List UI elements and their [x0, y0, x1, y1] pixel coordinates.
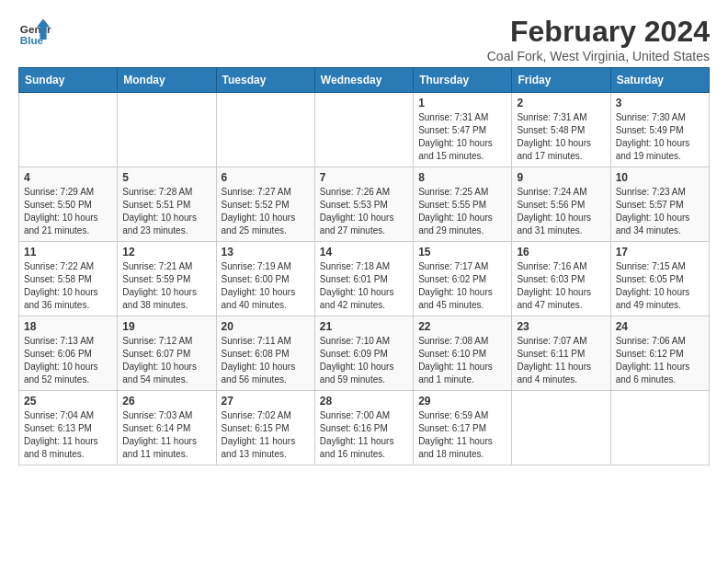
day-number: 8 [418, 171, 506, 184]
day-info: Sunrise: 7:12 AM Sunset: 6:07 PM Dayligh… [122, 335, 210, 386]
calendar-cell: 23Sunrise: 7:07 AM Sunset: 6:11 PM Dayli… [512, 316, 610, 391]
day-info: Sunrise: 7:19 AM Sunset: 6:00 PM Dayligh… [222, 260, 310, 312]
day-number: 23 [517, 320, 605, 333]
calendar-week-4: 18Sunrise: 7:13 AM Sunset: 6:06 PM Dayli… [19, 316, 710, 391]
calendar-cell [512, 391, 610, 465]
day-info: Sunrise: 7:31 AM Sunset: 5:48 PM Dayligh… [517, 111, 605, 163]
calendar-week-2: 4Sunrise: 7:29 AM Sunset: 5:50 PM Daylig… [19, 167, 710, 242]
calendar-cell [610, 391, 709, 465]
day-number: 6 [222, 171, 310, 184]
day-header-friday: Friday [512, 68, 610, 93]
calendar-cell [314, 93, 413, 167]
day-number: 25 [24, 395, 112, 408]
calendar-cell [118, 93, 216, 167]
calendar-cell: 3Sunrise: 7:30 AM Sunset: 5:49 PM Daylig… [610, 93, 709, 167]
calendar-cell: 26Sunrise: 7:03 AM Sunset: 6:14 PM Dayli… [118, 391, 216, 465]
calendar-cell: 16Sunrise: 7:16 AM Sunset: 6:03 PM Dayli… [512, 242, 610, 316]
calendar-cell: 25Sunrise: 7:04 AM Sunset: 6:13 PM Dayli… [19, 391, 118, 465]
calendar-cell: 17Sunrise: 7:15 AM Sunset: 6:05 PM Dayli… [610, 242, 709, 316]
day-number: 1 [418, 97, 506, 109]
calendar-cell: 21Sunrise: 7:10 AM Sunset: 6:09 PM Dayli… [314, 316, 413, 391]
day-number: 2 [517, 97, 605, 109]
day-number: 12 [122, 246, 210, 259]
day-info: Sunrise: 7:29 AM Sunset: 5:50 PM Dayligh… [24, 186, 112, 237]
day-header-saturday: Saturday [610, 68, 709, 93]
day-header-thursday: Thursday [414, 68, 512, 93]
day-info: Sunrise: 7:24 AM Sunset: 5:56 PM Dayligh… [517, 186, 605, 237]
day-number: 18 [24, 320, 112, 333]
calendar-cell: 1Sunrise: 7:31 AM Sunset: 5:47 PM Daylig… [414, 93, 512, 167]
calendar-cell: 9Sunrise: 7:24 AM Sunset: 5:56 PM Daylig… [512, 167, 610, 242]
day-number: 13 [222, 246, 310, 259]
location-title: Coal Fork, West Virginia, United States [487, 49, 710, 63]
calendar-cell: 27Sunrise: 7:02 AM Sunset: 6:15 PM Dayli… [216, 391, 314, 465]
day-number: 15 [418, 246, 506, 259]
day-info: Sunrise: 7:26 AM Sunset: 5:53 PM Dayligh… [320, 186, 408, 237]
calendar-cell: 13Sunrise: 7:19 AM Sunset: 6:00 PM Dayli… [216, 242, 314, 316]
calendar-week-3: 11Sunrise: 7:22 AM Sunset: 5:58 PM Dayli… [19, 242, 710, 316]
month-title: February 2024 [487, 15, 710, 49]
day-info: Sunrise: 7:23 AM Sunset: 5:57 PM Dayligh… [616, 186, 704, 237]
calendar-cell [19, 93, 118, 167]
logo-icon: General Blue [18, 15, 51, 48]
day-info: Sunrise: 7:28 AM Sunset: 5:51 PM Dayligh… [122, 186, 210, 237]
day-info: Sunrise: 7:30 AM Sunset: 5:49 PM Dayligh… [616, 111, 704, 163]
day-info: Sunrise: 7:22 AM Sunset: 5:58 PM Dayligh… [24, 260, 112, 312]
calendar-table: SundayMondayTuesdayWednesdayThursdayFrid… [18, 67, 710, 465]
day-number: 14 [320, 246, 408, 259]
day-info: Sunrise: 7:21 AM Sunset: 5:59 PM Dayligh… [122, 260, 210, 312]
calendar-cell: 10Sunrise: 7:23 AM Sunset: 5:57 PM Dayli… [610, 167, 709, 242]
calendar-cell: 7Sunrise: 7:26 AM Sunset: 5:53 PM Daylig… [314, 167, 413, 242]
day-info: Sunrise: 7:06 AM Sunset: 6:12 PM Dayligh… [616, 335, 704, 386]
day-info: Sunrise: 7:11 AM Sunset: 6:08 PM Dayligh… [222, 335, 310, 386]
day-header-monday: Monday [118, 68, 216, 93]
day-info: Sunrise: 7:31 AM Sunset: 5:47 PM Dayligh… [418, 111, 506, 163]
calendar-cell: 6Sunrise: 7:27 AM Sunset: 5:52 PM Daylig… [216, 167, 314, 242]
day-info: Sunrise: 7:25 AM Sunset: 5:55 PM Dayligh… [418, 186, 506, 237]
day-number: 9 [517, 171, 605, 184]
day-header-wednesday: Wednesday [314, 68, 413, 93]
day-number: 28 [320, 395, 408, 408]
calendar-cell: 8Sunrise: 7:25 AM Sunset: 5:55 PM Daylig… [414, 167, 512, 242]
day-number: 27 [222, 395, 310, 408]
day-number: 11 [24, 246, 112, 259]
logo: General Blue [18, 15, 51, 48]
day-info: Sunrise: 7:15 AM Sunset: 6:05 PM Dayligh… [616, 260, 704, 312]
calendar-cell: 18Sunrise: 7:13 AM Sunset: 6:06 PM Dayli… [19, 316, 118, 391]
day-info: Sunrise: 7:13 AM Sunset: 6:06 PM Dayligh… [24, 335, 112, 386]
day-number: 3 [616, 97, 704, 109]
day-number: 10 [616, 171, 704, 184]
calendar-cell: 4Sunrise: 7:29 AM Sunset: 5:50 PM Daylig… [19, 167, 118, 242]
title-block: February 2024 Coal Fork, West Virginia, … [487, 15, 710, 63]
day-info: Sunrise: 7:18 AM Sunset: 6:01 PM Dayligh… [320, 260, 408, 312]
day-number: 21 [320, 320, 408, 333]
day-info: Sunrise: 7:02 AM Sunset: 6:15 PM Dayligh… [222, 409, 310, 461]
day-info: Sunrise: 7:04 AM Sunset: 6:13 PM Dayligh… [24, 409, 112, 461]
day-info: Sunrise: 6:59 AM Sunset: 6:17 PM Dayligh… [418, 409, 506, 461]
calendar-cell: 22Sunrise: 7:08 AM Sunset: 6:10 PM Dayli… [414, 316, 512, 391]
calendar-cell: 29Sunrise: 6:59 AM Sunset: 6:17 PM Dayli… [414, 391, 512, 465]
day-number: 5 [122, 171, 210, 184]
day-info: Sunrise: 7:27 AM Sunset: 5:52 PM Dayligh… [222, 186, 310, 237]
calendar-cell: 11Sunrise: 7:22 AM Sunset: 5:58 PM Dayli… [19, 242, 118, 316]
calendar-cell: 15Sunrise: 7:17 AM Sunset: 6:02 PM Dayli… [414, 242, 512, 316]
calendar-week-1: 1Sunrise: 7:31 AM Sunset: 5:47 PM Daylig… [19, 93, 710, 167]
day-number: 4 [24, 171, 112, 184]
day-info: Sunrise: 7:08 AM Sunset: 6:10 PM Dayligh… [418, 335, 506, 386]
calendar-cell: 5Sunrise: 7:28 AM Sunset: 5:51 PM Daylig… [118, 167, 216, 242]
day-info: Sunrise: 7:10 AM Sunset: 6:09 PM Dayligh… [320, 335, 408, 386]
day-info: Sunrise: 7:07 AM Sunset: 6:11 PM Dayligh… [517, 335, 605, 386]
day-number: 26 [122, 395, 210, 408]
day-number: 19 [122, 320, 210, 333]
day-header-sunday: Sunday [19, 68, 118, 93]
calendar-header-row: SundayMondayTuesdayWednesdayThursdayFrid… [19, 68, 710, 93]
day-info: Sunrise: 7:16 AM Sunset: 6:03 PM Dayligh… [517, 260, 605, 312]
day-number: 29 [418, 395, 506, 408]
calendar-cell: 12Sunrise: 7:21 AM Sunset: 5:59 PM Dayli… [118, 242, 216, 316]
calendar-cell: 28Sunrise: 7:00 AM Sunset: 6:16 PM Dayli… [314, 391, 413, 465]
day-number: 24 [616, 320, 704, 333]
calendar-cell: 20Sunrise: 7:11 AM Sunset: 6:08 PM Dayli… [216, 316, 314, 391]
day-info: Sunrise: 7:17 AM Sunset: 6:02 PM Dayligh… [418, 260, 506, 312]
day-number: 16 [517, 246, 605, 259]
day-info: Sunrise: 7:03 AM Sunset: 6:14 PM Dayligh… [122, 409, 210, 461]
